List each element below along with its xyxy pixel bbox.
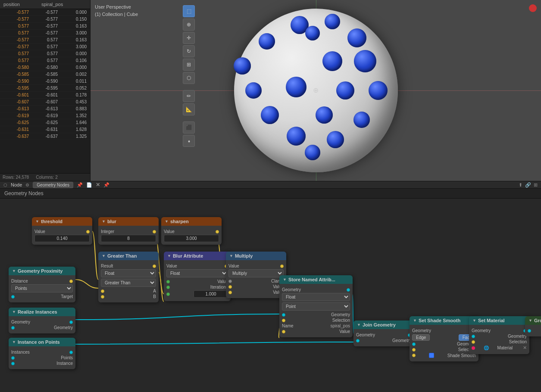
- node-editor[interactable]: Geometry Nodes ▼ threshold Value ▼: [0, 189, 541, 392]
- mul-value1-input-socket[interactable]: [228, 285, 232, 289]
- viewport-3d[interactable]: User Perspective (1) Collection | Cube ⬚…: [91, 0, 541, 181]
- collapse-icon[interactable]: ▼: [102, 254, 106, 258]
- group-output-node[interactable]: ▼ Group Geometry: [525, 316, 541, 336]
- iop-points-input-socket[interactable]: [11, 356, 15, 360]
- close-nodetree-icon[interactable]: ✕: [96, 182, 100, 188]
- sss-geometry-input-socket[interactable]: [412, 342, 416, 346]
- mul-value2-input-socket[interactable]: [228, 291, 232, 294]
- pin-right-icon[interactable]: 📌: [103, 182, 109, 188]
- sna-type-select[interactable]: Float: [282, 293, 350, 301]
- sm-selection-socket[interactable]: [472, 340, 475, 344]
- transform-tool-button[interactable]: ⬡: [183, 72, 195, 84]
- select-tool-button[interactable]: ⬚: [183, 5, 195, 17]
- table-cell: -0.590: [31, 78, 59, 84]
- ri-geometry-input-socket[interactable]: [11, 326, 15, 330]
- new-nodetree-icon[interactable]: 📄: [86, 182, 92, 188]
- extrude-tool-button[interactable]: ⬧: [183, 135, 195, 147]
- scale-tool-button[interactable]: ⊞: [183, 59, 195, 71]
- collapse-icon[interactable]: ▼: [528, 318, 532, 323]
- sss-shade-smooth-checkbox[interactable]: [429, 353, 434, 358]
- ri-geometry-output-socket[interactable]: [69, 320, 73, 324]
- collapse-icon[interactable]: ▼: [472, 318, 476, 323]
- rotate-tool-button[interactable]: ↻: [183, 45, 195, 57]
- ba-type-select[interactable]: Float: [166, 269, 228, 277]
- upload-icon[interactable]: ⬆: [519, 182, 522, 188]
- link-icon[interactable]: 🔗: [525, 182, 531, 188]
- collapse-icon[interactable]: ▼: [283, 277, 287, 282]
- collapse-icon[interactable]: ▼: [165, 219, 169, 224]
- blur-node[interactable]: ▼ blur Integer: [98, 217, 159, 245]
- realize-instances-node[interactable]: ▼ Realize Instances Geometry Geometry: [9, 308, 75, 333]
- add-cube-button[interactable]: ⬛: [183, 121, 195, 134]
- set-shade-smooth-node[interactable]: ▼ Set Shade Smooth Geometry Edge Face Ge…: [410, 316, 478, 361]
- sharpen-value-input[interactable]: [164, 235, 219, 242]
- sphere-bump: [325, 14, 340, 29]
- cursor-tool-button[interactable]: ⊕: [183, 19, 195, 31]
- instance-on-points-node[interactable]: ▼ Instance on Points Instances Points In…: [9, 338, 75, 369]
- ba-value-input-socket[interactable]: [166, 280, 170, 283]
- join-geometry-node[interactable]: ▼ Join Geometry Geometry Geometry: [353, 320, 414, 346]
- blur-attribute-node[interactable]: ▼ Blur Attribute Value Float Value Itera…: [164, 252, 231, 301]
- grp-geometry-input-socket[interactable]: [528, 329, 531, 333]
- geometry-nodes-tab[interactable]: Geometry Nodes: [33, 182, 73, 188]
- pin-icon[interactable]: 📌: [77, 182, 83, 188]
- set-material-node[interactable]: ▼ Set Material Geometry Geometry Selecti…: [469, 316, 529, 354]
- blur-integer-output-socket[interactable]: [153, 230, 156, 233]
- geo-proximity-node-label: Geometry Proximity: [18, 268, 63, 274]
- sss-selection-socket[interactable]: [412, 348, 416, 352]
- threshold-node[interactable]: ▼ threshold Value: [32, 217, 92, 245]
- gp-points-select[interactable]: Points: [11, 284, 73, 292]
- sss-edge-button[interactable]: Edge: [412, 334, 430, 341]
- table-cell: -0.577: [31, 30, 59, 36]
- sm-clear-material-button[interactable]: ✕: [523, 345, 527, 351]
- collapse-icon[interactable]: ▼: [12, 340, 16, 344]
- gt-type-select[interactable]: Float: [101, 269, 156, 277]
- collapse-icon[interactable]: ▼: [35, 219, 39, 224]
- iop-instance-input-socket[interactable]: [11, 362, 15, 365]
- gt-b-row: B: [101, 294, 156, 299]
- sss-shade-smooth-socket[interactable]: [412, 354, 416, 357]
- collapse-icon[interactable]: ▼: [167, 254, 171, 258]
- sharpen-node[interactable]: ▼ sharpen Value: [161, 217, 222, 245]
- ba-weight-input-socket[interactable]: [166, 292, 170, 296]
- annotate-tool-button[interactable]: ✏: [183, 90, 195, 102]
- jg-geometry-input-socket[interactable]: [356, 339, 360, 342]
- gt-result-socket[interactable]: [153, 264, 156, 268]
- iop-instances-label: Instances: [11, 350, 30, 355]
- measure-tool-button[interactable]: 📐: [183, 103, 195, 115]
- gt-a-input-socket[interactable]: [101, 289, 104, 293]
- ba-weight-input[interactable]: [194, 290, 228, 298]
- gp-target-input-socket[interactable]: [11, 295, 15, 299]
- sna-value-input-socket[interactable]: [282, 330, 285, 333]
- multiply-node[interactable]: ▼ Multiply Value Multiply Clamp Value: [226, 252, 286, 298]
- collapse-icon[interactable]: ▼: [12, 269, 16, 273]
- collapse-icon[interactable]: ▼: [229, 254, 233, 258]
- blur-integer-row: Integer: [101, 229, 156, 234]
- threshold-value-output-socket[interactable]: [86, 230, 90, 233]
- sm-geometry-input-socket[interactable]: [472, 335, 475, 338]
- store-named-attribute-node[interactable]: ▼ Store Named Attrib... Geometry Float P…: [279, 275, 353, 337]
- iop-instances-output-socket[interactable]: [69, 351, 73, 354]
- mul-value-output-socket[interactable]: [280, 264, 284, 268]
- sna-geometry-output-socket[interactable]: [347, 288, 350, 292]
- sna-geometry-input-socket[interactable]: [282, 313, 285, 317]
- node-canvas[interactable]: ▼ threshold Value ▼ blur Integer: [0, 200, 541, 392]
- gt-b-input-socket[interactable]: [101, 295, 104, 299]
- blur-value-input[interactable]: [101, 235, 156, 242]
- collapse-icon[interactable]: ▼: [102, 219, 106, 224]
- ba-iterations-input-socket[interactable]: [166, 286, 170, 289]
- collapse-icon[interactable]: ▼: [413, 318, 417, 323]
- threshold-value-input[interactable]: [34, 235, 90, 242]
- layout-icon[interactable]: ⊞: [534, 182, 538, 188]
- mul-operation-select[interactable]: Multiply: [228, 269, 284, 277]
- geometry-proximity-node[interactable]: ▼ Geometry Proximity Distance Points Tar…: [9, 267, 75, 302]
- sna-domain-select[interactable]: Point: [282, 302, 350, 311]
- greater-than-node[interactable]: ▼ Greater Than Result Float Greater Than…: [98, 252, 159, 302]
- sharpen-value-output-socket[interactable]: [216, 230, 219, 233]
- gt-operation-select[interactable]: Greater Than: [101, 279, 156, 287]
- collapse-icon[interactable]: ▼: [12, 310, 16, 314]
- sna-selection-socket[interactable]: [282, 319, 285, 322]
- collapse-icon[interactable]: ▼: [357, 323, 361, 327]
- move-tool-button[interactable]: ✛: [183, 32, 195, 44]
- gp-distance-output-socket[interactable]: [69, 280, 73, 283]
